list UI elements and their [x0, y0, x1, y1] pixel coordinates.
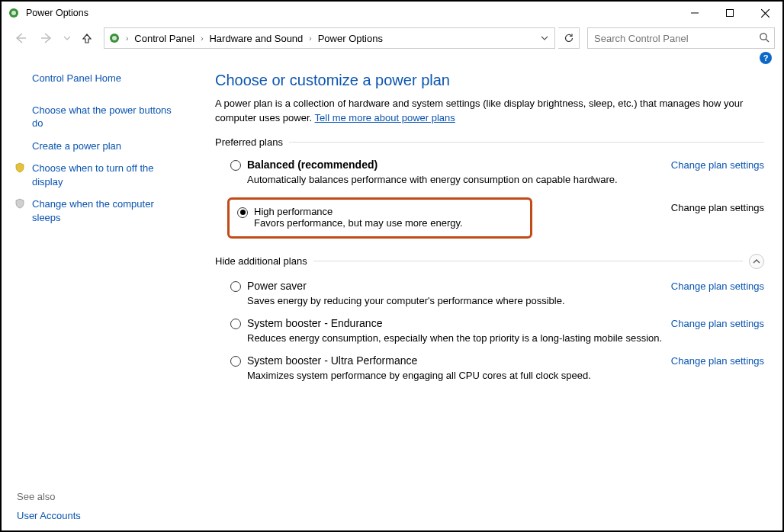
plan-title[interactable]: High performance [254, 206, 463, 217]
change-plan-link[interactable]: Change plan settings [671, 318, 764, 329]
intro-part: A power plan is a collection of hardware… [215, 98, 743, 123]
change-plan-link[interactable]: Change plan settings [671, 202, 764, 213]
chevron-right-icon[interactable]: › [199, 34, 204, 43]
plan-desc: Favors performance, but may use more ene… [254, 217, 463, 229]
plan-balanced: Balanced (recommended) Change plan setti… [215, 155, 764, 193]
svg-rect-3 [727, 10, 734, 17]
breadcrumb-item[interactable]: Power Options [315, 33, 386, 44]
forward-button[interactable] [35, 27, 58, 49]
plan-title[interactable]: System booster - Ultra Performance [247, 354, 417, 367]
shield-icon [14, 197, 26, 210]
change-plan-link[interactable]: Change plan settings [671, 280, 764, 292]
chevron-right-icon[interactable]: › [124, 34, 130, 43]
section-title: Preferred plans [215, 136, 283, 148]
sidebar-item-label: Change when the computer sleeps [32, 198, 154, 223]
titlebar: Power Options [2, 2, 782, 24]
svg-line-11 [766, 39, 769, 42]
breadcrumb-icon [108, 31, 121, 45]
radio-endurance[interactable] [230, 319, 241, 329]
sidebar-link-sleep[interactable]: Change when the computer sleeps [17, 193, 183, 229]
plan-high-performance-row: High performance Favors performance, but… [215, 193, 764, 246]
main-content: Choose or customize a power plan A power… [197, 66, 782, 530]
section-title: Hide additional plans [215, 255, 307, 267]
sidebar-item-label: Choose when to turn off the display [32, 162, 153, 187]
sidebar-link-create-plan[interactable]: Create a power plan [17, 135, 183, 158]
control-panel-home-link[interactable]: Control Panel Home [17, 72, 183, 90]
intro-text: A power plan is a collection of hardware… [215, 97, 764, 126]
see-also-label: See also [17, 486, 183, 510]
svg-point-10 [760, 33, 766, 39]
back-button[interactable] [9, 27, 32, 49]
sidebar-link-buttons[interactable]: Choose what the power buttons do [17, 99, 183, 135]
recent-dropdown[interactable] [61, 27, 73, 49]
plan-title[interactable]: Balanced (recommended) [247, 159, 378, 171]
plan-endurance: System booster - Endurance Change plan s… [215, 314, 764, 351]
sidebar-link-display-off[interactable]: Choose when to turn off the display [17, 157, 183, 193]
plan-desc: Reduces energy consumption, especially w… [247, 332, 764, 344]
learn-more-link[interactable]: Tell me more about power plans [315, 112, 455, 123]
toolbar: › Control Panel › Hardware and Sound › P… [2, 24, 782, 52]
plan-power-saver: Power saver Change plan settings Saves e… [215, 277, 764, 314]
search-icon[interactable] [759, 32, 770, 45]
help-icon[interactable]: ? [760, 52, 772, 64]
breadcrumb-item[interactable]: Control Panel [131, 33, 198, 44]
app-icon [8, 7, 20, 19]
divider [313, 261, 743, 261]
svg-point-9 [112, 36, 117, 40]
radio-high-performance[interactable] [237, 207, 248, 218]
plan-desc: Saves energy by reducing your computer's… [247, 295, 764, 306]
sidebar: Control Panel Home Choose what the power… [2, 66, 197, 530]
plan-title[interactable]: Power saver [247, 280, 307, 292]
shield-icon [14, 162, 26, 174]
window-title: Power Options [26, 8, 88, 18]
user-accounts-link[interactable]: User Accounts [17, 510, 183, 521]
radio-power-saver[interactable] [230, 281, 241, 292]
plan-desc: Automatically balances performance with … [247, 174, 764, 185]
plan-desc: Maximizes system performance by engaging… [247, 370, 764, 381]
maximize-button[interactable] [712, 2, 747, 24]
breadcrumb[interactable]: › Control Panel › Hardware and Sound › P… [104, 27, 555, 49]
search-box[interactable] [587, 27, 775, 49]
breadcrumb-item[interactable]: Hardware and Sound [206, 33, 306, 44]
radio-ultra[interactable] [230, 356, 241, 367]
search-input[interactable] [593, 32, 754, 45]
collapse-icon[interactable] [749, 254, 764, 269]
breadcrumb-dropdown[interactable] [538, 31, 551, 45]
up-button[interactable] [76, 27, 98, 49]
page-heading: Choose or customize a power plan [215, 72, 764, 89]
refresh-button[interactable] [558, 27, 580, 49]
divider [289, 142, 764, 143]
plan-ultra: System booster - Ultra Performance Chang… [215, 351, 764, 389]
change-plan-link[interactable]: Change plan settings [671, 159, 764, 171]
chevron-right-icon[interactable]: › [307, 34, 313, 43]
svg-point-1 [11, 11, 16, 15]
plan-high-performance: High performance Favors performance, but… [227, 197, 532, 239]
minimize-button[interactable] [677, 2, 712, 24]
radio-balanced[interactable] [230, 160, 241, 171]
change-plan-link[interactable]: Change plan settings [671, 355, 764, 367]
plan-title[interactable]: System booster - Endurance [247, 317, 382, 329]
hide-additional-label[interactable]: Hide additional plans [215, 254, 764, 269]
close-button[interactable] [747, 2, 782, 24]
preferred-plans-label: Preferred plans [215, 136, 764, 148]
